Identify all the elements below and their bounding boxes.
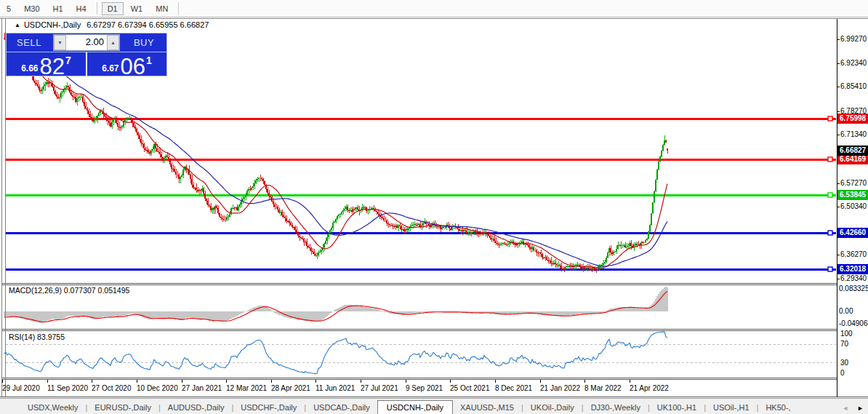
level-drag-handle (828, 231, 832, 235)
bid-price-pip-digit: 7 (65, 55, 71, 66)
rsi-axis-label: 30 (840, 359, 868, 367)
date-tick-label: 11 Jun 2021 (316, 384, 355, 392)
date-tick-label: 9 Sep 2021 (406, 384, 443, 392)
rsi-line (4, 332, 667, 374)
tab-eurusd-daily[interactable]: EURUSD-,Daily (87, 401, 158, 414)
ask-price-pip-digit: 1 (146, 55, 152, 66)
level-price-badge: 6.32018 (837, 264, 868, 274)
tab-audusd-daily[interactable]: AUDUSD-,Daily (161, 401, 232, 414)
price-tick-label: 6.99270 (840, 35, 868, 44)
level-drag-handle (828, 116, 832, 121)
tab-scroll-left-button[interactable]: ◄ (837, 402, 853, 414)
chevron-down-icon: ▼ (57, 40, 63, 45)
date-tick-label: 12 Mar 2021 (226, 384, 267, 392)
date-tick-label: 29 Jul 2020 (2, 384, 40, 392)
chart-ohlc-values: 6.67297 6.67394 6.65955 6.66827 (87, 20, 209, 29)
rsi-axis-label: 0 (840, 369, 868, 378)
macd-axis-label: 0.083325 (839, 284, 868, 293)
trading-platform-window: 5M30H1H4D1W1MN ▲USDCNH-,Daily6.67297 6.6… (0, 0, 868, 414)
level-drag-handle (828, 157, 832, 162)
ask-price-prefix: 6.67 (102, 63, 118, 73)
rsi-axis-label: 100 (840, 330, 868, 338)
tab-usdchf-daily[interactable]: USDCHF-,Daily (233, 401, 304, 414)
price-tick-label: 6.85410 (840, 82, 868, 91)
level-drag-handle (828, 193, 832, 197)
level-price-badge: 6.75998 (837, 114, 868, 124)
level-price-badge: 6.64169 (837, 154, 868, 164)
macd-axis-label: -0.049068 (839, 319, 868, 328)
level-price-badge: 6.42660 (837, 228, 868, 238)
date-tick-label: 8 Dec 2021 (495, 384, 532, 392)
date-tick-label: 27 Oct 2020 (92, 384, 131, 392)
date-tick-label: 27 Jul 2021 (361, 384, 398, 392)
date-tick-label: 21 Jan 2022 (540, 384, 580, 392)
chart-symbol-label: USDCNH-,Daily (24, 20, 81, 29)
price-tick-label: 6.50340 (840, 202, 868, 211)
volume-input[interactable]: 2.00 (66, 35, 107, 50)
tab-usoil-h1[interactable]: USOil-,H1 (706, 401, 757, 414)
tab-usdcad-daily[interactable]: USDCAD-,Daily (306, 401, 377, 414)
chart-tab-bar: USDX,Weekly|EURUSD-,Daily|AUDUSD-,Daily|… (0, 398, 868, 414)
tab-ukoil-daily[interactable]: UKOil-,Daily (523, 401, 582, 414)
current-price-badge: 6.66827 (837, 146, 868, 156)
tab-usdcnh-daily[interactable]: USDCNH-,Daily (377, 400, 453, 414)
date-tick-label: 8 Mar 2022 (584, 384, 622, 392)
level-price-badge: 6.53845 (837, 190, 868, 200)
price-tick-label: 6.57270 (840, 179, 868, 188)
tab-uk100-h1[interactable]: UK100-,H1 (650, 401, 704, 414)
level-drag-handle (828, 267, 832, 271)
date-tick-label: 27 Jan 2021 (182, 384, 222, 392)
price-tick-label: 6.71340 (840, 130, 868, 139)
rsi-indicator-label: RSI(14) 83.9755 (9, 333, 65, 341)
one-click-trading-panel: SELL ▼ 2.00 ▲ BUY 6.66827 6.67061 (6, 33, 167, 76)
macd-axis-label: 0.00 (839, 307, 868, 316)
volume-decrease-button[interactable]: ▼ (54, 35, 66, 50)
tab-hk50[interactable]: HK50-, (758, 401, 797, 414)
bid-price-big-digits: 82 (40, 57, 65, 76)
tab-scroll-right-button[interactable]: ► (853, 402, 868, 414)
price-tick-label: 6.36270 (840, 250, 868, 259)
volume-increase-button[interactable]: ▲ (107, 35, 119, 50)
symbol-triangle-icon: ▲ (15, 22, 20, 28)
sell-button[interactable]: SELL (7, 33, 52, 52)
tab-dj30-weekly[interactable]: DJ30-,Weekly (584, 401, 648, 414)
date-tick-label: 21 Apr 2022 (630, 384, 669, 392)
buy-button[interactable]: BUY (121, 33, 166, 52)
price-tick-label: 6.92340 (840, 59, 868, 68)
macd-signal-line (4, 292, 667, 322)
tab-usdx-weekly[interactable]: USDX,Weekly (20, 401, 85, 414)
date-tick-label: 28 Apr 2021 (271, 384, 310, 392)
chart-title: ▲USDCNH-,Daily6.67297 6.67394 6.65955 6.… (15, 20, 209, 29)
horizontal-level-lines[interactable] (6, 119, 836, 270)
bid-price[interactable]: 6.66827 (7, 52, 87, 76)
date-tick-label: 25 Oct 2021 (450, 384, 489, 392)
macd-indicator-label: MACD(12,26,9) 0.077307 0.051495 (9, 286, 129, 295)
chevron-up-icon: ▲ (110, 40, 116, 45)
date-tick-label: 10 Dec 2020 (137, 384, 178, 392)
ask-price[interactable]: 6.67061 (87, 52, 166, 76)
tab-xauusd-m15[interactable]: XAUUSD-,M15 (453, 401, 521, 414)
bid-price-prefix: 6.66 (21, 63, 38, 73)
rsi-axis-label: 70 (840, 340, 868, 349)
ask-price-big-digits: 06 (121, 57, 145, 76)
date-tick-label: 11 Sep 2020 (47, 384, 88, 392)
price-tick-label: 6.29340 (840, 274, 868, 283)
volume-stepper: ▼ 2.00 ▲ (53, 34, 120, 51)
